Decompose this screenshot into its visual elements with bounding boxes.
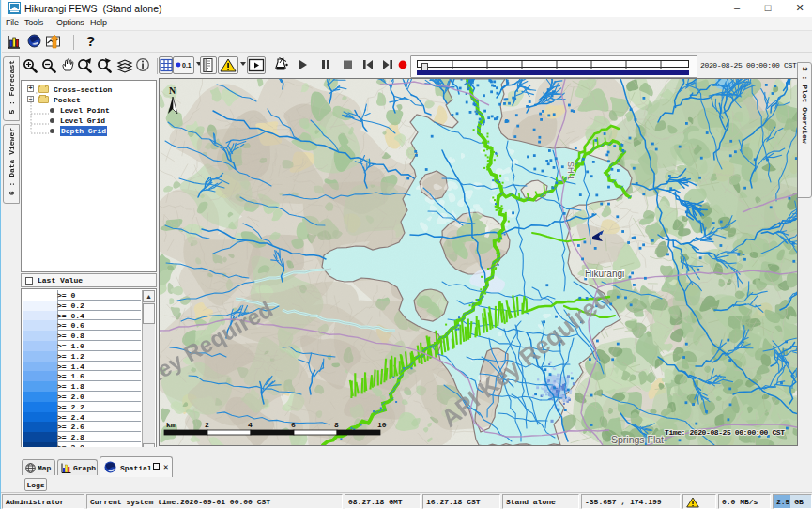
svg-text:Springs Flat: Springs Flat bbox=[611, 434, 664, 445]
svg-text:Hikurangi: Hikurangi bbox=[585, 269, 624, 279]
svg-text:SH 1: SH 1 bbox=[566, 162, 575, 180]
svg-text:8: 8 bbox=[334, 421, 339, 429]
svg-text:4: 4 bbox=[248, 421, 253, 429]
svg-text:0.1: 0.1 bbox=[182, 62, 192, 69]
svg-text:km: km bbox=[166, 421, 176, 429]
svg-text:10: 10 bbox=[377, 421, 387, 429]
svg-text:Time: 2020-08-25 00:00:00 CST: Time: 2020-08-25 00:00:00 CST bbox=[665, 428, 785, 437]
svg-text:6: 6 bbox=[291, 421, 296, 429]
svg-text:2: 2 bbox=[205, 421, 209, 429]
svg-text:N: N bbox=[169, 85, 176, 96]
